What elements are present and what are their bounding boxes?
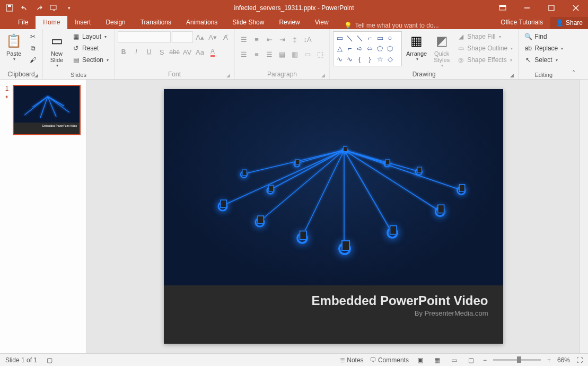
decrease-font-icon[interactable]: A▾ bbox=[207, 31, 218, 43]
underline-button[interactable]: U bbox=[143, 46, 155, 58]
shape-fill-label: Shape Fill bbox=[467, 33, 495, 40]
section-button[interactable]: ▤Section▾ bbox=[69, 55, 111, 65]
slideshow-view-icon[interactable]: ▢ bbox=[466, 355, 477, 365]
shape-effects-button[interactable]: ◎Shape Effects▾ bbox=[454, 55, 515, 65]
share-icon: 👤 bbox=[556, 19, 564, 27]
tab-insert[interactable]: Insert bbox=[67, 16, 98, 29]
reset-button[interactable]: ↺Reset bbox=[69, 43, 111, 54]
cut-button[interactable]: ✂ bbox=[27, 31, 39, 42]
office-tutorials-link[interactable]: Office Tutorials bbox=[493, 16, 550, 29]
shadow-button[interactable]: S bbox=[156, 46, 168, 58]
slide-thumbnail-panel[interactable]: 1 ✦ Embedded PowerPoint Video bbox=[0, 80, 87, 353]
shapes-gallery[interactable]: ▭＼＼⌐▭○ △⌐➪⬄⬠⬡ ∿∿{}☆◇ bbox=[333, 31, 402, 66]
qat-customize-icon[interactable]: ▾ bbox=[65, 4, 73, 12]
reset-icon: ↺ bbox=[72, 44, 80, 53]
quick-styles-icon: ◩ bbox=[433, 32, 450, 49]
redo-icon[interactable] bbox=[35, 4, 43, 12]
shape-outline-button[interactable]: ▭Shape Outline▾ bbox=[454, 43, 515, 54]
increase-font-icon[interactable]: A▴ bbox=[194, 31, 206, 43]
font-launcher-icon[interactable]: ◢ bbox=[226, 73, 230, 78]
find-button[interactable]: 🔍Find bbox=[522, 31, 565, 42]
tell-me-search[interactable]: 💡 bbox=[344, 22, 451, 29]
shape-fill-button[interactable]: ◢Shape Fill▾ bbox=[454, 31, 515, 42]
collapse-ribbon-icon[interactable]: ˄ bbox=[568, 29, 579, 79]
change-case-button[interactable]: Aa bbox=[194, 46, 206, 58]
slide-canvas[interactable]: Embedded PowerPoint Video By PresenterMe… bbox=[164, 89, 503, 344]
slide-edit-area[interactable]: Embedded PowerPoint Video By PresenterMe… bbox=[87, 80, 580, 353]
drawing-launcher-icon[interactable]: ◢ bbox=[510, 73, 514, 78]
tab-file[interactable]: File bbox=[11, 16, 36, 29]
normal-view-icon[interactable]: ▣ bbox=[415, 355, 426, 365]
paste-button[interactable]: 📋 Paste ▾ bbox=[3, 31, 24, 63]
tell-me-input[interactable] bbox=[355, 22, 451, 29]
font-color-button[interactable]: A bbox=[207, 46, 218, 58]
clipboard-launcher-icon[interactable]: ◢ bbox=[34, 73, 38, 78]
undo-icon[interactable] bbox=[20, 4, 29, 12]
share-button[interactable]: 👤Share bbox=[550, 17, 588, 29]
copy-button[interactable]: ⧉ bbox=[27, 43, 39, 54]
text-direction-button[interactable]: ↕A bbox=[302, 33, 313, 45]
shape-hexagon-icon: ⬡ bbox=[385, 43, 395, 54]
font-name-combo[interactable] bbox=[118, 31, 171, 43]
numbering-button[interactable]: ≡ bbox=[251, 33, 262, 45]
tab-view[interactable]: View bbox=[308, 16, 336, 29]
tab-transitions[interactable]: Transitions bbox=[133, 16, 179, 29]
align-text-button[interactable]: ▭ bbox=[302, 48, 313, 60]
ribbon-display-options-icon[interactable] bbox=[490, 0, 515, 16]
layout-button[interactable]: ▦Layout▾ bbox=[69, 31, 111, 42]
spellcheck-icon[interactable]: ▢ bbox=[47, 356, 52, 364]
format-painter-button[interactable]: 🖌 bbox=[27, 55, 39, 65]
zoom-in-button[interactable]: + bbox=[547, 356, 551, 364]
tab-slideshow[interactable]: Slide Show bbox=[225, 16, 271, 29]
bold-button[interactable]: B bbox=[118, 46, 129, 58]
minimize-icon[interactable] bbox=[515, 0, 539, 16]
window-title: infected_servers_19311.pptx - PowerPoint bbox=[234, 4, 354, 12]
maximize-icon[interactable] bbox=[539, 0, 564, 16]
find-label: Find bbox=[534, 33, 547, 40]
align-left-button[interactable]: ☰ bbox=[238, 48, 250, 60]
quick-styles-button[interactable]: ◩ Quick Styles▾ bbox=[431, 31, 452, 69]
vertical-scrollbar[interactable] bbox=[580, 80, 588, 353]
zoom-out-button[interactable]: − bbox=[483, 356, 487, 364]
reading-view-icon[interactable]: ▭ bbox=[449, 355, 460, 365]
decrease-indent-button[interactable]: ⇤ bbox=[264, 33, 275, 45]
new-slide-button[interactable]: ▭ New Slide ▾ bbox=[46, 31, 67, 69]
fit-to-window-icon[interactable]: ⛶ bbox=[576, 356, 583, 364]
replace-button[interactable]: abReplace▾ bbox=[522, 43, 565, 54]
bullets-button[interactable]: ☰ bbox=[238, 33, 250, 45]
align-center-button[interactable]: ≡ bbox=[251, 48, 262, 60]
arrange-button[interactable]: ▦ Arrange▾ bbox=[404, 31, 429, 63]
justify-button[interactable]: ▤ bbox=[276, 48, 288, 60]
tab-home[interactable]: Home bbox=[36, 16, 67, 29]
tab-review[interactable]: Review bbox=[271, 16, 307, 29]
slide-sorter-icon[interactable]: ▦ bbox=[432, 355, 443, 365]
zoom-level[interactable]: 66% bbox=[557, 356, 570, 364]
start-from-beginning-icon[interactable] bbox=[50, 4, 58, 12]
clear-formatting-icon[interactable]: A̸ bbox=[220, 31, 231, 43]
layout-icon: ▦ bbox=[72, 32, 80, 41]
shape-curve2-icon: ∿ bbox=[345, 54, 355, 64]
comments-button[interactable]: 🗨 Comments bbox=[370, 356, 409, 364]
strikethrough-button[interactable]: abc bbox=[169, 46, 180, 58]
slide-thumbnail-1[interactable]: Embedded PowerPoint Video bbox=[13, 85, 81, 135]
tab-design[interactable]: Design bbox=[98, 16, 133, 29]
char-spacing-button[interactable]: AV bbox=[181, 46, 193, 58]
italic-button[interactable]: I bbox=[130, 46, 142, 58]
paragraph-launcher-icon[interactable]: ◢ bbox=[321, 73, 325, 78]
network-lines bbox=[164, 89, 503, 285]
select-button[interactable]: ↖Select▾ bbox=[522, 55, 565, 65]
close-icon[interactable] bbox=[564, 0, 588, 16]
save-icon[interactable] bbox=[5, 4, 14, 12]
smartart-button[interactable]: ⬚ bbox=[314, 48, 326, 60]
align-right-button[interactable]: ☰ bbox=[264, 48, 275, 60]
tab-animations[interactable]: Animations bbox=[179, 16, 225, 29]
group-paragraph: ☰ ≡ ⇤ ⇥ ‡ ↕A ☰ ≡ ☰ ▤ ▥ ▭ ⬚ Paragraph◢ bbox=[235, 29, 330, 79]
zoom-slider[interactable] bbox=[493, 359, 541, 361]
increase-indent-button[interactable]: ⇥ bbox=[276, 33, 288, 45]
line-spacing-button[interactable]: ‡ bbox=[289, 33, 301, 45]
shape-pentagon-icon: ⬠ bbox=[375, 43, 385, 54]
font-size-combo[interactable] bbox=[172, 31, 193, 43]
columns-button[interactable]: ▥ bbox=[289, 48, 301, 60]
slide-caption-box[interactable]: Embedded PowerPoint Video By PresenterMe… bbox=[164, 285, 503, 344]
notes-button[interactable]: ≣ Notes bbox=[340, 356, 364, 364]
